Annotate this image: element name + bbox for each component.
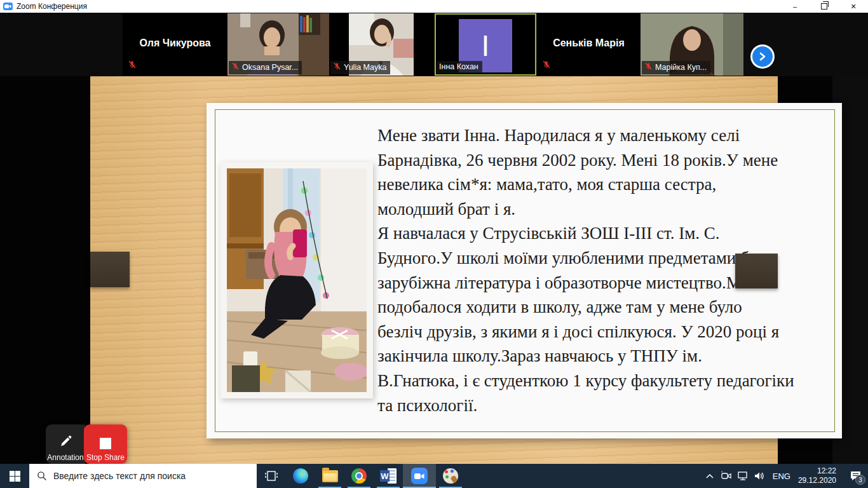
- meet-now-icon[interactable]: [718, 471, 735, 481]
- zoom-app-window: Zoom Конференция – ✕ Оля Чикурова: [0, 0, 868, 488]
- slide-text-line: подобалося ходити в школу, адже там у ме…: [377, 295, 837, 320]
- participant-name: Марійка Куп...: [655, 63, 707, 72]
- restore-button[interactable]: [810, 0, 839, 13]
- zoom-camera-icon: [3, 3, 13, 10]
- taskbar-app-word[interactable]: W: [374, 464, 403, 488]
- minimize-button[interactable]: –: [780, 0, 810, 13]
- participant-name: Інна Кохан: [439, 62, 478, 71]
- window-title: Zoom Конференция: [17, 2, 87, 11]
- participant-name: Oksana Pysar...: [242, 63, 298, 72]
- slide-text-line: та психології.: [377, 393, 837, 418]
- chevron-right-icon: [752, 46, 773, 67]
- clock-date: 29.12.2020: [798, 476, 836, 485]
- notification-center-button[interactable]: 3: [843, 464, 868, 488]
- taskbar-app-file-explorer[interactable]: [315, 464, 344, 488]
- window-titlebar: Zoom Конференция – ✕: [0, 0, 868, 13]
- network-icon[interactable]: [735, 471, 751, 481]
- avatar-letter: I: [482, 29, 490, 63]
- slide-text-line: молодший брат і я.: [377, 197, 837, 222]
- slide-photo: [220, 162, 373, 398]
- word-icon: W: [380, 468, 397, 484]
- windows-logo-icon: [10, 471, 20, 482]
- task-view-icon: [264, 469, 278, 483]
- taskbar-app-zoom[interactable]: [403, 464, 436, 488]
- taskbar-app-chrome[interactable]: [344, 464, 374, 488]
- windows-taskbar: W: [0, 464, 868, 488]
- participant-tile[interactable]: Оля Чикурова: [123, 13, 227, 76]
- participant-strip: Оля Чикурова Oksana Py: [0, 13, 868, 76]
- stop-share-label: Stop Share: [86, 453, 125, 462]
- close-button[interactable]: ✕: [839, 0, 868, 13]
- start-button[interactable]: [0, 464, 29, 488]
- slide-text-line: Я навчалася у Струсівській ЗОШ І-ІІІ ст.…: [377, 221, 837, 246]
- pencil-icon: [58, 434, 73, 449]
- slide-text-line: закінчила школу.Зараз навчаюсь у ТНПУ ім…: [377, 344, 837, 369]
- mirror-selfie-photo: [227, 168, 367, 392]
- volume-icon[interactable]: [751, 471, 768, 481]
- slide-wood-background: Мене звати Інна. Народилася я у маленько…: [90, 76, 778, 464]
- participant-name: Yulia Mayka: [344, 63, 386, 72]
- taskbar-app-edge[interactable]: [286, 464, 315, 488]
- taskbar-search-box[interactable]: [29, 464, 257, 488]
- taskbar-app-paint[interactable]: [436, 464, 465, 488]
- participant-tile[interactable]: Oksana Pysar...: [227, 13, 329, 76]
- language-indicator[interactable]: ENG: [768, 471, 796, 481]
- search-input[interactable]: [52, 470, 233, 482]
- stop-icon: [100, 438, 111, 449]
- participant-tile[interactable]: Сеньків Марія: [537, 13, 641, 76]
- slide-text-line: Мене звати Інна. Народилася я у маленько…: [377, 123, 837, 148]
- slide-text-line: безліч друзів, з якими я і досі спілкуюс…: [377, 320, 837, 344]
- notification-count-badge: 3: [855, 475, 865, 485]
- participant-name: Сеньків Марія: [537, 37, 641, 49]
- chrome-icon: [351, 468, 367, 484]
- participant-tile[interactable]: Марійка Куп...: [641, 13, 743, 76]
- shared-screen-area: Мене звати Інна. Народилася я у маленько…: [0, 76, 868, 464]
- tray-chevron-up-icon[interactable]: [702, 473, 718, 479]
- muted-mic-icon: [542, 60, 551, 72]
- task-view-button[interactable]: [257, 464, 286, 488]
- restore-icon: [821, 3, 827, 10]
- annotation-button[interactable]: Annotation: [46, 424, 85, 464]
- paint-icon: [443, 468, 458, 484]
- muted-mic-icon: [231, 62, 240, 72]
- slide-right-clip-decoration: [735, 254, 778, 288]
- muted-mic-icon: [333, 62, 341, 72]
- slide-left-clip-decoration: [90, 252, 130, 287]
- stop-share-button[interactable]: Stop Share: [84, 424, 127, 464]
- zoom-icon: [411, 468, 428, 484]
- slide-text-line: невелика сім*я: мама,тато, моя старша се…: [377, 172, 837, 197]
- participant-name: Оля Чикурова: [123, 37, 227, 49]
- next-participants-button[interactable]: [750, 44, 775, 69]
- muted-mic-icon: [128, 60, 137, 72]
- clock[interactable]: 12:22 29.12.2020: [796, 466, 843, 485]
- slide-text-line: Барнадівка, 26 червня 2002 року. Мені 18…: [377, 148, 837, 173]
- screen-share-toolbar: Annotation Stop Share: [46, 424, 128, 464]
- participant-tile[interactable]: Yulia Mayka: [329, 13, 433, 76]
- muted-mic-icon: [644, 62, 653, 72]
- annotation-label: Annotation: [47, 453, 83, 462]
- edge-icon: [293, 468, 308, 484]
- clock-time: 12:22: [798, 466, 836, 476]
- participant-tile-active-speaker[interactable]: I Інна Кохан: [435, 13, 536, 76]
- search-icon: [37, 471, 47, 481]
- slide-text-line: В.Гнатюка, і є студенткою 1 курсу факуль…: [377, 369, 837, 393]
- file-explorer-icon: [322, 470, 338, 482]
